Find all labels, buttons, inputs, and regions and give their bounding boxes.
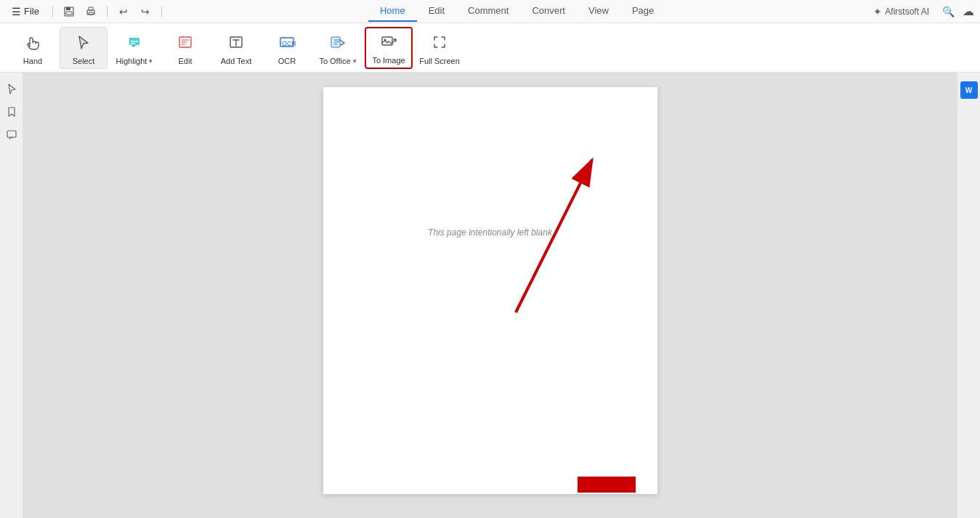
hand-tool-label: Hand [23, 57, 42, 65]
highlight-dropdown-arrow: ▾ [149, 57, 153, 65]
highlight-icon [123, 31, 146, 54]
highlight-tool-label: Highlight [116, 57, 147, 65]
separator-2 [107, 6, 108, 17]
add-text-tool-button[interactable]: Add Text [212, 27, 260, 69]
redo-button[interactable]: ↪ [137, 3, 154, 20]
ai-label: Afirstsoft AI [885, 7, 929, 17]
page-blank-text: This page intentionally left blank [428, 227, 552, 238]
select-icon [72, 31, 95, 54]
to-office-icon [326, 31, 349, 54]
svg-rect-14 [7, 131, 16, 137]
save-button[interactable] [60, 3, 78, 20]
cloud-icon: ☁ [963, 4, 974, 18]
file-label: File [24, 6, 39, 17]
edit-tool-label: Edit [179, 57, 193, 65]
sidebar-select-icon[interactable] [4, 81, 19, 96]
document-area[interactable]: This page intentionally left blank [23, 73, 957, 518]
left-sidebar [0, 73, 23, 518]
add-text-tool-label: Add Text [221, 57, 252, 65]
to-office-dropdown-arrow: ▾ [353, 57, 357, 65]
to-image-icon [377, 31, 400, 53]
separator-1 [52, 6, 53, 17]
separator-3 [161, 6, 162, 17]
title-bar-right: ✦ Afirstsoft AI 🔍 ☁ [869, 3, 974, 20]
ocr-tool-label: OCR [278, 57, 296, 65]
hamburger-icon: ☰ [12, 6, 21, 17]
ai-star-icon: ✦ [873, 6, 882, 17]
tab-convert[interactable]: Convert [520, 1, 577, 22]
select-tool-button[interactable]: Select [60, 27, 108, 69]
title-bar-left: ☰ File ↩ ↪ [6, 3, 165, 20]
main-area: This page intentionally left blank [0, 73, 980, 518]
ai-button[interactable]: ✦ Afirstsoft AI [869, 4, 934, 19]
svg-rect-5 [89, 12, 93, 15]
to-image-tool-label: To Image [372, 56, 405, 65]
add-text-icon [224, 31, 248, 54]
tab-edit[interactable]: Edit [417, 1, 456, 22]
edit-tool-button[interactable]: Edit [161, 27, 209, 69]
hand-icon [21, 31, 44, 54]
tab-view[interactable]: View [577, 1, 620, 22]
highlight-label-row: Highlight ▾ [116, 57, 153, 65]
print-button[interactable] [82, 3, 100, 20]
undo-button[interactable]: ↩ [115, 3, 132, 20]
tab-home[interactable]: Home [368, 1, 417, 22]
svg-rect-4 [89, 7, 93, 10]
toolbar: Hand Select Highlight ▾ [0, 23, 980, 73]
translate-badge[interactable]: W [960, 81, 978, 99]
red-arrow-annotation [323, 87, 657, 494]
svg-rect-1 [66, 7, 70, 10]
hand-tool-button[interactable]: Hand [9, 27, 57, 69]
full-screen-icon [428, 31, 451, 54]
to-office-label-row: To Office ▾ [319, 57, 356, 65]
page-container: This page intentionally left blank [323, 87, 657, 494]
select-tool-label: Select [73, 57, 95, 65]
svg-text:OCR: OCR [282, 40, 297, 47]
svg-rect-2 [66, 12, 72, 15]
edit-icon [174, 31, 197, 54]
right-sidebar: W [957, 73, 980, 518]
tab-comment[interactable]: Comment [456, 1, 520, 22]
full-screen-tool-button[interactable]: Full Screen [416, 27, 463, 69]
to-image-tool-button[interactable]: To Image [365, 27, 413, 69]
svg-rect-12 [382, 37, 392, 45]
full-screen-tool-label: Full Screen [419, 57, 460, 65]
highlight-tool-button[interactable]: Highlight ▾ [110, 27, 158, 69]
to-office-tool-label: To Office [319, 57, 350, 65]
ocr-icon: OCR [275, 31, 299, 54]
bottom-red-indicator [578, 477, 636, 493]
title-bar: ☰ File ↩ ↪ Home Edit Comment Convert [0, 0, 980, 23]
file-menu[interactable]: ☰ File [6, 4, 45, 19]
search-button[interactable]: 🔍 [939, 3, 957, 20]
sidebar-bookmark-icon[interactable] [4, 105, 19, 119]
to-office-tool-button[interactable]: To Office ▾ [314, 27, 362, 69]
ocr-tool-button[interactable]: OCR OCR [263, 27, 311, 69]
sidebar-comment-icon[interactable] [4, 128, 19, 142]
tab-page[interactable]: Page [620, 1, 665, 22]
bottom-bar [323, 474, 657, 494]
translate-icon: W [965, 86, 972, 94]
nav-tabs: Home Edit Comment Convert View Page [165, 1, 869, 22]
document-page: This page intentionally left blank [323, 87, 657, 494]
